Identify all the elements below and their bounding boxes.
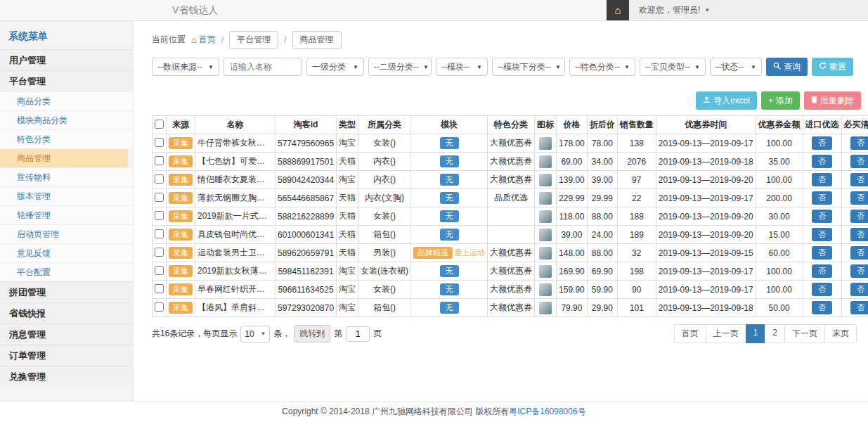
must-buy-toggle[interactable]: 否 bbox=[850, 228, 868, 241]
must-buy-toggle[interactable]: 否 bbox=[850, 283, 868, 296]
sidebar-item-exchange[interactable]: 兑换管理 bbox=[0, 366, 133, 387]
must-buy-toggle[interactable]: 否 bbox=[850, 191, 868, 205]
import-select-toggle[interactable]: 否 bbox=[812, 136, 832, 150]
import-excel-button[interactable]: 导入excel bbox=[696, 91, 757, 110]
import-select-toggle[interactable]: 否 bbox=[812, 228, 832, 241]
row-checkbox[interactable] bbox=[155, 156, 164, 165]
select-all-checkbox[interactable] bbox=[155, 120, 164, 129]
item-type-select[interactable]: --宝贝类型-- ▼ bbox=[640, 58, 706, 76]
status-select-value: --状态-- bbox=[715, 61, 744, 73]
must-buy-toggle[interactable]: 否 bbox=[850, 136, 868, 150]
status-select[interactable]: --状态-- ▼ bbox=[710, 58, 762, 76]
batch-delete-button[interactable]: 批量删除 bbox=[804, 91, 861, 110]
page-button-4[interactable]: 下一页 bbox=[784, 324, 825, 343]
row-checkbox[interactable] bbox=[155, 302, 164, 312]
table-row: 采集早春网红针织开衫女春...596611634525淘宝女装()无大额优惠券1… bbox=[153, 281, 868, 299]
must-buy-toggle[interactable]: 否 bbox=[850, 246, 868, 260]
breadcrumb-item-platform[interactable]: 平台管理 bbox=[229, 31, 278, 49]
import-select-toggle[interactable]: 否 bbox=[812, 155, 832, 168]
row-checkbox[interactable] bbox=[155, 229, 164, 238]
sidebar-item-feature-category[interactable]: 特色分类 bbox=[0, 129, 133, 148]
page-button-0[interactable]: 首页 bbox=[674, 324, 706, 343]
icp-link[interactable]: 粤ICP备16098006号 bbox=[509, 406, 585, 418]
must-buy-toggle[interactable]: 否 bbox=[850, 173, 868, 186]
row-checkbox[interactable] bbox=[155, 211, 164, 220]
row-checkbox[interactable] bbox=[155, 284, 164, 293]
breadcrumb-item-goods[interactable]: 商品管理 bbox=[292, 31, 342, 49]
sidebar-item-message[interactable]: 消息管理 bbox=[0, 324, 133, 345]
row-checkbox[interactable] bbox=[155, 174, 164, 184]
type-cell: 淘宝 bbox=[337, 171, 358, 189]
level2-category-select[interactable]: --二级分类-- ▼ bbox=[368, 58, 432, 76]
row-checkbox[interactable] bbox=[155, 193, 164, 202]
sidebar-item-goods-management[interactable]: 商品管理 bbox=[0, 148, 128, 167]
feature-cell: 大额优惠券 bbox=[488, 262, 535, 281]
add-button[interactable]: + 添加 bbox=[761, 91, 800, 110]
coupon-time-cell: 2019-09-13—2019-09-17 bbox=[656, 281, 756, 299]
sidebar-item-user[interactable]: 用户管理 bbox=[0, 49, 133, 70]
row-select-cell bbox=[153, 134, 167, 153]
jump-page-input[interactable] bbox=[346, 326, 370, 342]
taoke-id-cell: 588869917501 bbox=[276, 153, 337, 171]
sidebar-item-promo-material[interactable]: 宣传物料 bbox=[0, 167, 133, 186]
sidebar-item-platform[interactable]: 平台管理 bbox=[0, 70, 133, 91]
import-select-toggle[interactable]: 否 bbox=[812, 173, 832, 186]
sidebar-item-express[interactable]: 省钱快报 bbox=[0, 302, 133, 324]
page-button-1[interactable]: 上一页 bbox=[706, 324, 746, 343]
user-menu[interactable]: 欢迎您，管理员! ▼ bbox=[629, 0, 868, 20]
sidebar-item-feedback[interactable]: 意见反馈 bbox=[0, 243, 133, 262]
sidebar-item-goods-category[interactable]: 商品分类 bbox=[0, 91, 133, 110]
import-select-toggle[interactable]: 否 bbox=[812, 283, 832, 296]
import-select-toggle[interactable]: 否 bbox=[812, 191, 832, 205]
sidebar-item-module-goods-category[interactable]: 模块商品分类 bbox=[0, 110, 133, 129]
record-count-label: 共16条记录，每页显示 bbox=[152, 328, 237, 340]
data-source-select[interactable]: --数据来源-- ▼ bbox=[152, 58, 219, 76]
sidebar-item-group-buy[interactable]: 拼团管理 bbox=[0, 281, 133, 302]
import-select-toggle[interactable]: 否 bbox=[812, 210, 832, 223]
must-buy-toggle[interactable]: 否 bbox=[850, 264, 868, 278]
table-header-row: 来源名称淘客id类型所属分类模块特色分类图标价格折后价销售数量优惠券时间优惠券金… bbox=[153, 116, 868, 134]
import-select-cell: 否 bbox=[803, 226, 841, 244]
reset-button[interactable]: 重置 bbox=[812, 58, 853, 76]
name-cell: 【七色纺】可爱纯棉家... bbox=[195, 153, 276, 171]
taoke-id-cell: 588216228899 bbox=[276, 207, 337, 226]
row-checkbox[interactable] bbox=[155, 266, 164, 275]
name-cell: 情侣睡衣女夏装纯棉男士... bbox=[195, 171, 276, 189]
sidebar-item-splash[interactable]: 启动页管理 bbox=[0, 224, 133, 243]
jump-button[interactable]: 跳转到 bbox=[294, 325, 330, 343]
import-select-toggle[interactable]: 否 bbox=[812, 264, 832, 278]
breadcrumb-home-link[interactable]: ⌂ 首页 bbox=[191, 34, 216, 46]
sales-count-cell: 188 bbox=[617, 207, 656, 226]
sidebar-item-carousel[interactable]: 轮播管理 bbox=[0, 205, 133, 224]
module-sub-select[interactable]: --模块下分类-- ▼ bbox=[492, 58, 565, 76]
module-select[interactable]: --模块-- ▼ bbox=[436, 58, 488, 76]
row-select-cell bbox=[153, 171, 167, 189]
sidebar-item-order[interactable]: 订单管理 bbox=[0, 345, 133, 366]
level1-category-select[interactable]: 一级分类 ▼ bbox=[306, 58, 364, 76]
sidebar-item-version[interactable]: 版本管理 bbox=[0, 186, 133, 205]
row-checkbox[interactable] bbox=[155, 138, 164, 147]
must-buy-toggle[interactable]: 否 bbox=[850, 155, 868, 168]
import-select-toggle[interactable]: 否 bbox=[812, 301, 832, 314]
page-button-5[interactable]: 末页 bbox=[824, 324, 857, 343]
row-checkbox[interactable] bbox=[155, 248, 164, 257]
discount-price-cell: 39.00 bbox=[587, 171, 617, 189]
page-button-page-1[interactable]: 1 bbox=[746, 324, 766, 343]
import-select-toggle[interactable]: 否 bbox=[812, 246, 832, 260]
must-buy-toggle[interactable]: 否 bbox=[850, 210, 868, 223]
home-button[interactable]: ⌂ bbox=[607, 0, 629, 20]
taoke-id-cell: 601000601341 bbox=[276, 226, 337, 244]
welcome-label: 欢迎您，管理员! bbox=[639, 4, 700, 16]
page-size-select[interactable]: 10 ▼ bbox=[240, 326, 270, 343]
page-button-page-2[interactable]: 2 bbox=[765, 324, 785, 343]
import-select-cell: 否 bbox=[803, 171, 841, 189]
product-name: 2019新款女秋薄款... bbox=[197, 266, 274, 276]
column-header-4: 所属分类 bbox=[358, 116, 411, 134]
sidebar-item-platform-config[interactable]: 平台配置 bbox=[0, 262, 133, 281]
price-cell: 139.00 bbox=[557, 171, 588, 189]
module-badge: 无 bbox=[440, 283, 459, 295]
feature-category-select[interactable]: --特色分类-- ▼ bbox=[569, 58, 635, 76]
search-button[interactable]: 查询 bbox=[766, 58, 808, 76]
must-buy-toggle[interactable]: 否 bbox=[850, 301, 868, 314]
name-search-input[interactable] bbox=[224, 58, 302, 76]
